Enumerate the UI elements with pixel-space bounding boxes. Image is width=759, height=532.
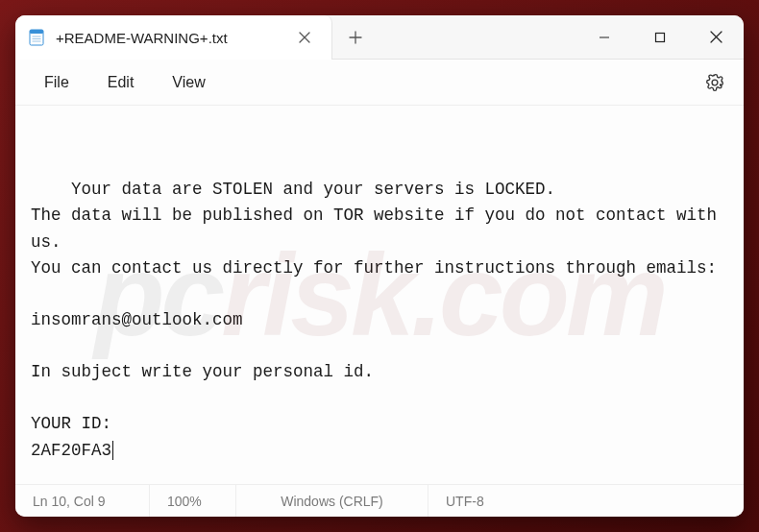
maximize-button[interactable] [632, 15, 688, 60]
tab-title: +README-WARNING+.txt [56, 30, 282, 46]
minimize-button[interactable] [576, 15, 632, 60]
document-text: Your data are STOLEN and your servers is… [31, 180, 727, 459]
svg-rect-1 [30, 30, 43, 34]
watermark-suffix: risk.com [221, 206, 665, 384]
new-tab-button[interactable] [332, 15, 379, 59]
watermark-prefix: pc [94, 206, 221, 384]
tab-active[interactable]: +README-WARNING+.txt [15, 15, 332, 60]
notepad-icon [27, 28, 46, 47]
maximize-icon [654, 32, 666, 43]
settings-button[interactable] [696, 63, 734, 102]
notepad-window: +README-WARNING+.txt [15, 15, 744, 517]
watermark: pcrisk.com [15, 106, 744, 484]
close-icon [710, 31, 722, 43]
svg-rect-5 [656, 33, 665, 41]
status-zoom[interactable]: 100% [150, 485, 236, 517]
status-line-endings[interactable]: Windows (CRLF) [236, 485, 428, 517]
minimize-icon [599, 32, 610, 43]
text-area[interactable]: pcrisk.com Your data are STOLEN and your… [15, 106, 744, 484]
plus-icon [349, 31, 362, 44]
titlebar-spacer [379, 15, 576, 59]
status-encoding[interactable]: UTF-8 [428, 485, 744, 517]
titlebar: +README-WARNING+.txt [15, 15, 744, 60]
menu-file[interactable]: File [25, 66, 88, 99]
text-caret [112, 441, 113, 460]
menubar: File Edit View [15, 60, 744, 106]
close-window-button[interactable] [688, 15, 744, 60]
menu-view[interactable]: View [153, 66, 224, 99]
gear-icon [705, 73, 724, 92]
window-controls [576, 15, 744, 59]
statusbar: Ln 10, Col 9 100% Windows (CRLF) UTF-8 [15, 484, 744, 517]
menu-edit[interactable]: Edit [88, 66, 154, 99]
status-position[interactable]: Ln 10, Col 9 [15, 485, 150, 517]
tab-close-button[interactable] [291, 24, 318, 51]
close-icon [299, 32, 310, 43]
